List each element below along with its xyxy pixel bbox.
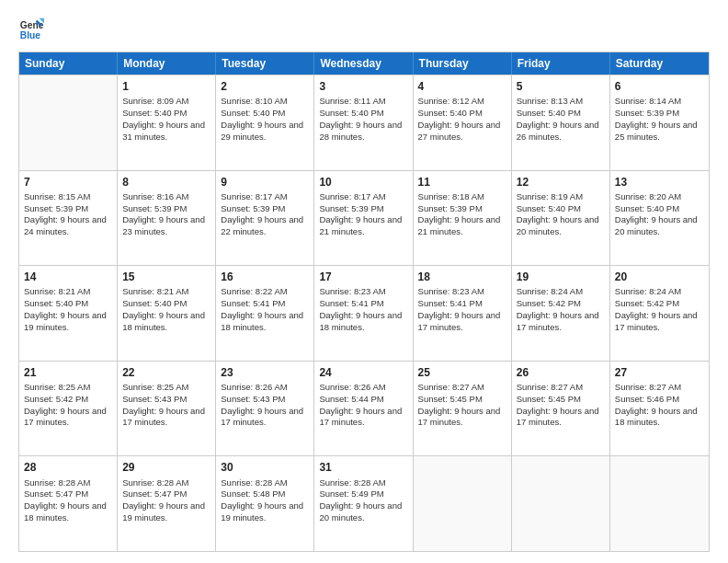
sunrise: Sunrise: 8:25 AM [122,382,188,392]
sunrise: Sunrise: 8:27 AM [517,382,583,392]
sunset: Sunset: 5:40 PM [221,108,285,118]
calendar-cell [414,456,512,551]
day-number: 27 [615,365,704,380]
day-number: 8 [122,175,210,190]
header-day-saturday: Saturday [610,52,709,75]
sunrise: Sunrise: 8:14 AM [615,96,681,106]
sunset: Sunset: 5:43 PM [122,394,187,404]
daylight: Daylight: 9 hours and 31 minutes. [122,120,205,142]
calendar-cell: 2Sunrise: 8:10 AMSunset: 5:40 PMDaylight… [216,75,314,170]
sunset: Sunset: 5:47 PM [122,488,187,499]
sunset: Sunset: 5:45 PM [418,394,483,404]
day-number: 31 [319,460,407,475]
daylight: Daylight: 9 hours and 17 minutes. [122,406,205,428]
sunset: Sunset: 5:40 PM [615,203,679,213]
day-number: 3 [319,79,407,94]
sunset: Sunset: 5:39 PM [24,203,88,213]
sunset: Sunset: 5:40 PM [24,298,88,308]
day-number: 17 [319,270,407,284]
calendar-cell: 18Sunrise: 8:23 AMSunset: 5:41 PMDayligh… [414,266,512,361]
daylight: Daylight: 9 hours and 28 minutes. [319,120,402,142]
sunrise: Sunrise: 8:23 AM [418,286,484,296]
sunset: Sunset: 5:41 PM [319,298,383,308]
calendar-cell: 10Sunrise: 8:17 AMSunset: 5:39 PMDayligh… [314,171,413,266]
calendar-row-4: 28Sunrise: 8:28 AMSunset: 5:47 PMDayligh… [19,455,709,551]
calendar-cell: 15Sunrise: 8:21 AMSunset: 5:40 PMDayligh… [118,266,216,361]
sunrise: Sunrise: 8:15 AM [24,191,90,201]
day-number: 25 [418,365,506,380]
calendar-cell: 4Sunrise: 8:12 AMSunset: 5:40 PMDaylight… [414,75,512,170]
daylight: Daylight: 9 hours and 20 minutes. [319,500,402,523]
calendar-cell: 17Sunrise: 8:23 AMSunset: 5:41 PMDayligh… [314,266,413,361]
calendar-cell: 26Sunrise: 8:27 AMSunset: 5:45 PMDayligh… [512,362,610,456]
calendar-cell: 12Sunrise: 8:19 AMSunset: 5:40 PMDayligh… [512,171,610,266]
calendar-cell: 24Sunrise: 8:26 AMSunset: 5:44 PMDayligh… [314,362,413,456]
sunset: Sunset: 5:40 PM [517,203,581,213]
sunset: Sunset: 5:41 PM [221,298,285,308]
sunset: Sunset: 5:39 PM [319,203,383,213]
sunrise: Sunrise: 8:13 AM [517,96,583,106]
daylight: Daylight: 9 hours and 17 minutes. [517,406,599,428]
sunrise: Sunrise: 8:27 AM [615,382,681,392]
day-number: 18 [418,270,506,284]
sunrise: Sunrise: 8:24 AM [517,286,583,296]
day-number: 20 [615,270,704,284]
sunrise: Sunrise: 8:12 AM [418,96,484,106]
calendar-cell [512,456,610,551]
header-day-sunday: Sunday [19,52,118,75]
sunset: Sunset: 5:42 PM [615,298,679,308]
daylight: Daylight: 9 hours and 19 minutes. [24,310,107,332]
day-number: 23 [221,365,309,380]
daylight: Daylight: 9 hours and 23 minutes. [122,214,205,236]
daylight: Daylight: 9 hours and 26 minutes. [517,120,599,142]
day-number: 15 [122,270,210,284]
sunset: Sunset: 5:40 PM [122,298,187,308]
day-number: 13 [615,175,704,190]
sunrise: Sunrise: 8:28 AM [122,477,188,488]
calendar-cell: 29Sunrise: 8:28 AMSunset: 5:47 PMDayligh… [118,456,216,551]
day-number: 24 [319,365,407,380]
sunset: Sunset: 5:42 PM [24,394,88,404]
day-number: 21 [24,365,112,380]
calendar-cell: 6Sunrise: 8:14 AMSunset: 5:39 PMDaylight… [610,75,709,170]
daylight: Daylight: 9 hours and 25 minutes. [615,120,698,142]
calendar-cell: 21Sunrise: 8:25 AMSunset: 5:42 PMDayligh… [19,362,118,456]
day-number: 19 [517,270,605,284]
calendar: SundayMondayTuesdayWednesdayThursdayFrid… [18,52,710,552]
sunset: Sunset: 5:39 PM [221,203,285,213]
daylight: Daylight: 9 hours and 19 minutes. [122,500,205,523]
daylight: Daylight: 9 hours and 18 minutes. [122,310,205,332]
sunrise: Sunrise: 8:28 AM [24,477,90,488]
header-day-monday: Monday [118,52,216,75]
sunrise: Sunrise: 8:27 AM [418,382,484,392]
sunset: Sunset: 5:39 PM [122,203,187,213]
daylight: Daylight: 9 hours and 17 minutes. [418,406,501,428]
sunset: Sunset: 5:43 PM [221,394,285,404]
calendar-cell: 11Sunrise: 8:18 AMSunset: 5:39 PMDayligh… [414,171,512,266]
sunrise: Sunrise: 8:26 AM [319,382,385,392]
day-number: 2 [221,79,309,94]
calendar-cell: 20Sunrise: 8:24 AMSunset: 5:42 PMDayligh… [610,266,709,361]
daylight: Daylight: 9 hours and 17 minutes. [319,406,402,428]
day-number: 6 [615,79,704,94]
sunset: Sunset: 5:44 PM [319,394,383,404]
sunset: Sunset: 5:49 PM [319,488,383,499]
sunrise: Sunrise: 8:21 AM [24,286,90,296]
daylight: Daylight: 9 hours and 18 minutes. [319,310,402,332]
sunrise: Sunrise: 8:21 AM [122,286,188,296]
sunset: Sunset: 5:40 PM [517,108,581,118]
day-number: 28 [24,460,112,475]
sunset: Sunset: 5:46 PM [615,394,679,404]
calendar-row-3: 21Sunrise: 8:25 AMSunset: 5:42 PMDayligh… [19,361,709,456]
daylight: Daylight: 9 hours and 27 minutes. [418,120,501,142]
day-number: 26 [517,365,605,380]
calendar-cell: 27Sunrise: 8:27 AMSunset: 5:46 PMDayligh… [610,362,709,456]
calendar-cell: 9Sunrise: 8:17 AMSunset: 5:39 PMDaylight… [216,171,314,266]
calendar-cell: 23Sunrise: 8:26 AMSunset: 5:43 PMDayligh… [216,362,314,456]
calendar-cell: 19Sunrise: 8:24 AMSunset: 5:42 PMDayligh… [512,266,610,361]
sunset: Sunset: 5:39 PM [615,108,679,118]
calendar-cell: 7Sunrise: 8:15 AMSunset: 5:39 PMDaylight… [19,171,118,266]
header-day-tuesday: Tuesday [216,52,314,75]
day-number: 14 [24,270,112,284]
sunset: Sunset: 5:45 PM [517,394,581,404]
